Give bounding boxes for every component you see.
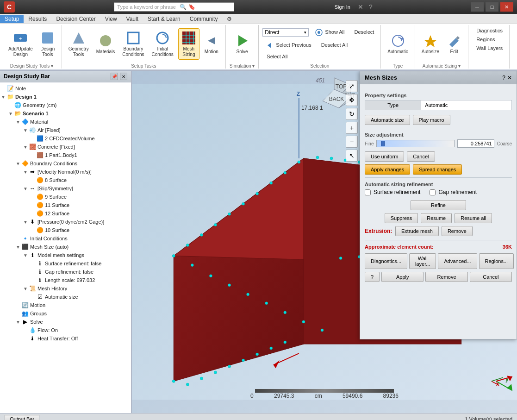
advanced-button[interactable]: Advanced... [438,253,477,269]
mesh-panel-help-button[interactable]: ? [502,75,505,81]
tree-item[interactable]: ▼🧱Concrete [Fixed] [0,143,131,151]
resume-all-button[interactable]: Resume all [455,213,492,223]
viewport[interactable]: Z 17.168 1 [132,71,517,413]
tree-item[interactable]: ☑Automatic size [0,293,131,301]
boundary-conditions-button[interactable]: BoundaryConditions [119,29,147,59]
tree-item[interactable]: ▼ℹModel mesh settings [0,251,131,259]
select-previous-button[interactable]: Select Previous [262,40,314,51]
tree-item[interactable]: 🌡Heat Transfer: Off [0,334,131,343]
deselect-all-button[interactable]: Deselect All [317,41,350,49]
minimize-button[interactable]: ─ [471,2,484,12]
tree-item[interactable]: 🟠12 Surface [0,209,131,218]
diagnostics-ribbon-button[interactable]: Diagnostics [472,27,505,35]
tree-item[interactable]: ▼💨Air [Fixed] [0,126,131,134]
tree-item[interactable]: ▼▶Solve [0,318,131,326]
regions-panel-button[interactable]: Regions... [479,253,514,269]
tree-item[interactable]: 🟠11 Surface [0,201,131,209]
deselect-button[interactable]: Deselect [350,28,377,36]
use-uniform-button[interactable]: Use uniform [365,151,404,162]
menu-start-learn[interactable]: Start & Learn [143,15,185,23]
menu-community[interactable]: Community [185,15,223,23]
tree-item[interactable]: 🌐Geometry (cm) [0,101,131,109]
size-slider[interactable] [376,140,454,147]
restore-button[interactable]: □ [486,2,498,12]
tree-item[interactable]: 🔄Motion [0,301,131,309]
materials-button[interactable]: Materials [93,31,118,56]
tree-item[interactable]: 💧Flow: On [0,326,131,334]
tree-item[interactable]: 🟠10 Surface [0,226,131,234]
output-bar-button[interactable]: Output Bar [5,415,39,420]
menu-setup[interactable]: Setup [0,15,24,23]
cancel-button[interactable]: Cancel [470,272,512,282]
apply-changes-button[interactable]: Apply changes [365,164,410,175]
remove-button[interactable]: Remove [425,272,467,282]
design-tools-button[interactable]: DesignTools [37,29,58,59]
sign-in[interactable]: Sign In [335,4,350,10]
tree-item[interactable]: 📝Note [0,84,131,93]
rotate-button[interactable]: ↻ [346,108,358,120]
extrude-mesh-button[interactable]: Extrude mesh [395,226,439,236]
wall-layers-ribbon-button[interactable]: Wall Layers [472,44,505,52]
tree-item[interactable]: 🟠9 Surface [0,193,131,201]
resume-button[interactable]: Resume [421,213,452,223]
diagnostics-panel-button[interactable]: Diagnostics... [365,253,407,269]
add-update-design-button[interactable]: + Add/UpdateDesign [6,29,36,59]
tree-item[interactable]: ▼📜Mesh History [0,284,131,293]
tree-item[interactable]: 🔹Initial Conditions [0,234,131,243]
selection-dropdown[interactable]: Direct ▾ [262,28,309,37]
mesh-sizing-button[interactable]: MeshSizing [178,28,199,60]
apply-button[interactable]: Apply [381,272,424,282]
edit-button[interactable]: Edit [444,31,464,56]
tree-item[interactable]: ▼📁Design 1 [0,93,131,101]
initial-conditions-button[interactable]: InitialConditions [149,29,176,59]
tree-item[interactable]: ℹLength scale: 697.032 [0,276,131,284]
menu-results[interactable]: Results [24,15,51,23]
tree-item[interactable]: ℹSurface refinement: false [0,259,131,268]
autosize-button[interactable]: Autosize [419,31,442,56]
regions-ribbon-button[interactable]: Regions [472,36,505,44]
motion-button[interactable]: Motion [201,31,222,56]
menu-settings[interactable]: ⚙ [222,15,237,23]
tree-item[interactable]: ▼📂Scenario 1 [0,109,131,118]
zoom-out-button[interactable]: − [346,136,358,148]
geometry-tools-button[interactable]: GeometryTools [66,29,92,59]
show-all-button[interactable]: Show All [311,27,347,38]
tree-item[interactable]: ▼🔶Boundary Conditions [0,159,131,168]
wall-layer-button[interactable]: Wall layer... [409,253,436,269]
surface-refinement-checkbox[interactable] [365,189,371,195]
tree-item[interactable]: ▼🔷Material [0,118,131,126]
cancel-size-button[interactable]: Cancel [407,151,435,162]
menu-decision-center[interactable]: Decision Center [51,15,100,23]
pan-button[interactable]: ✥ [346,94,358,106]
tree-item[interactable]: ℹGap refinement: false [0,268,131,276]
extrusion-remove-button[interactable]: Remove [442,226,473,236]
size-value-input[interactable] [457,139,494,148]
automatic-button[interactable]: Automatic [385,31,411,56]
tree-item[interactable]: 🟦2 CFDCreatedVolume [0,134,131,143]
play-macro-button[interactable]: Play macro [413,115,450,125]
zoom-fit-button[interactable]: ⤢ [346,80,358,92]
dsb-pin-button[interactable]: 📌 [111,73,118,80]
tree-item[interactable]: ▼⬇[Pressure(0 dyne/cm2 Gage)] [0,218,131,226]
tree-item[interactable]: 🟠8 Surface [0,176,131,184]
tree-item[interactable]: ▼↔[Slip/Symmetry] [0,184,131,193]
solve-button[interactable]: Solve [232,31,252,56]
automatic-size-button[interactable]: Automatic size [365,115,410,125]
menu-vault[interactable]: Vault [122,15,143,23]
slider-thumb[interactable] [381,141,385,146]
tree-item[interactable]: ▼⬛Mesh Size (auto) [0,243,131,251]
tree-item[interactable]: ▼➡[Velocity Normal(0 m/s)] [0,168,131,176]
select-tool-button[interactable]: ↖ [346,150,358,162]
tree-item[interactable]: 🟫1 Part1.Body1 [0,151,131,159]
help-button[interactable]: ? [365,272,380,282]
suppress-button[interactable]: Suppress [385,213,418,223]
search-box[interactable]: Type a keyword or phrase 🔍 🔖 [114,2,234,12]
mesh-panel-close-button[interactable]: ✕ [507,75,512,81]
close-button[interactable]: ✕ [500,2,513,12]
zoom-in-button[interactable]: + [346,122,358,134]
menu-view[interactable]: View [100,15,122,23]
dsb-close-button[interactable]: ✕ [120,73,127,80]
tree-item[interactable]: 👥Groups [0,309,131,318]
spread-changes-button[interactable]: Spread changes [413,164,462,175]
refine-button[interactable]: Refine [411,200,466,210]
